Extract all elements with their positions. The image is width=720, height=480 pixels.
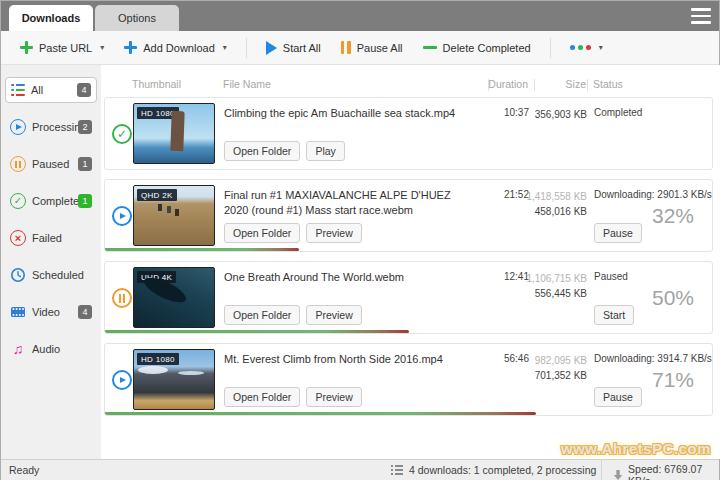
open-folder-button[interactable]: Open Folder [224,387,300,407]
paste-url-label: Paste URL [39,42,92,54]
sidebar-item-paused[interactable]: Paused 1 [5,151,97,177]
open-folder-button[interactable]: Open Folder [224,223,300,243]
pause-button[interactable]: Pause [594,387,642,407]
check-circle-icon: ✓ [112,124,132,144]
open-folder-button[interactable]: Open Folder [224,141,300,161]
check-circle-icon: ✓ [10,193,26,209]
quality-badge: QHD 2K [137,189,177,201]
status-bar: Ready 4 downloads: 1 completed, 2 proces… [1,459,719,480]
sidebar-item-label: Failed [32,232,62,244]
plus-icon [124,41,137,54]
statusbar-separator [601,460,602,480]
progress-percent: 50% [652,286,694,310]
minus-icon [423,46,437,49]
sidebar-item-all[interactable]: All 4 [5,77,97,103]
list-icon [391,465,403,474]
download-row: HD 1080 Mt. Everest Climb from North Sid… [104,343,713,416]
sidebar-item-audio[interactable]: ♫ Audio [5,336,97,362]
sidebar-item-processing[interactable]: Processing 2 [5,114,97,140]
count-badge: 1 [78,194,92,208]
column-separator [587,79,588,91]
progress-percent: 32% [652,204,694,228]
size: 1,106,715 KB 556,445 KB [503,271,587,301]
speed-indicator: Speed: 6769.07 KB/s [613,463,719,480]
list-all-icon [11,84,25,97]
quality-badge: UHD 4K [137,271,176,283]
column-thumbnail: Thumbnail [132,78,181,90]
play-circle-icon [112,370,132,390]
down-arrow-icon [613,468,623,480]
more-actions-button[interactable]: ▾ [561,38,612,57]
column-status: Status [593,78,623,90]
delete-completed-label: Delete Completed [443,42,531,54]
play-button[interactable]: Play [306,141,344,161]
downloads-summary-text: 4 downloads: 1 completed, 2 processing [409,464,596,476]
status-text: Paused [594,271,713,282]
sidebar: All 4 Processing 2 Paused 1 ✓ Completed … [1,65,101,459]
column-size: Size [502,78,586,90]
tab-bar: Downloads Options [1,1,719,31]
toolbar-separator [246,38,247,58]
clock-icon [10,267,26,283]
progress-bar [105,330,409,333]
toolbar-separator [550,38,551,58]
count-badge: 2 [78,120,92,134]
chevron-down-icon: ▾ [223,43,227,52]
plus-icon [20,41,33,54]
app-window: Downloads Options Paste URL ▾ Add Downlo… [0,0,720,480]
paste-url-button[interactable]: Paste URL ▾ [11,36,113,59]
music-note-icon: ♫ [10,342,26,356]
sidebar-item-completed[interactable]: ✓ Completed 1 [5,188,97,214]
sidebar-item-video[interactable]: Video 4 [5,299,97,325]
video-thumbnail: HD 1080 [133,349,215,410]
tab-options[interactable]: Options [95,5,179,31]
preview-button[interactable]: Preview [306,305,361,325]
list-header: Thumbnail File Name Duration Size Status [104,65,713,97]
sidebar-item-scheduled[interactable]: Scheduled [5,262,97,288]
sidebar-item-label: Scheduled [32,269,84,281]
sidebar-item-failed[interactable]: × Failed [5,225,97,251]
watermark: www.AhretsPC.com [561,440,711,457]
video-thumbnail: QHD 2K [133,185,215,246]
status-text: Downloading: 2901.3 KB/s [594,189,713,200]
progress-percent: 71% [652,368,694,392]
downloads-summary: 4 downloads: 1 completed, 2 processing [391,464,596,476]
add-download-label: Add Download [143,42,215,54]
quality-badge: HD 1080 [137,107,179,119]
video-thumbnail: HD 1080 [133,103,215,164]
start-all-button[interactable]: Start All [257,36,330,60]
open-folder-button[interactable]: Open Folder [224,305,300,325]
download-row: UHD 4K One Breath Around The World.webm … [104,261,713,334]
column-file-name: File Name [223,78,271,90]
menu-icon[interactable] [691,8,711,24]
video-thumbnail: UHD 4K [133,267,215,328]
film-icon [10,304,26,320]
file-name: Final run #1 MAXIAVALANCHE ALPE D'HUEZ 2… [224,188,472,218]
ready-status: Ready [9,464,39,476]
chevron-down-icon: ▾ [599,43,603,52]
sidebar-item-label: Video [32,306,60,318]
status-text: Downloading: 3914.7 KB/s [594,353,713,364]
size: 1,418,558 KB 458,016 KB [503,189,587,219]
dots-icon [570,45,591,50]
start-button[interactable]: Start [594,305,634,325]
preview-button[interactable]: Preview [306,387,361,407]
size: 356,903 KB [503,107,587,122]
quality-badge: HD 1080 [137,353,179,365]
file-name: Climbing the epic Am Buachaille sea stac… [224,106,472,121]
play-icon [266,41,277,55]
preview-button[interactable]: Preview [306,223,361,243]
pause-all-button[interactable]: Pause All [332,36,412,59]
sidebar-item-label: All [31,84,43,96]
sidebar-item-label: Audio [32,343,60,355]
speed-text: Speed: 6769.07 KB/s [628,463,719,480]
progress-bar [105,248,299,251]
pause-circle-icon [112,288,132,308]
add-download-button[interactable]: Add Download ▾ [115,36,236,59]
delete-completed-button[interactable]: Delete Completed [414,37,540,59]
count-badge: 1 [78,157,92,171]
play-circle-icon [10,119,26,135]
tab-downloads[interactable]: Downloads [9,5,93,31]
pause-button[interactable]: Pause [594,223,642,243]
file-name: One Breath Around The World.webm [224,270,472,285]
